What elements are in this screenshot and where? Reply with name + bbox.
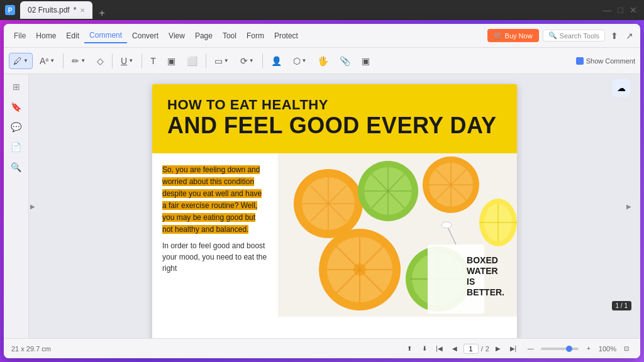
buy-now-button[interactable]: 🛒 Buy Now bbox=[487, 29, 539, 42]
erase-icon: ◇ bbox=[97, 56, 104, 66]
sidebar-item-layer[interactable]: 📄 bbox=[9, 140, 24, 155]
sidebar-item-comment[interactable]: 💬 bbox=[9, 119, 24, 134]
tool-erase[interactable]: ◇ bbox=[92, 53, 108, 69]
menu-view[interactable]: View bbox=[164, 29, 190, 43]
sidebar-item-pages[interactable]: ⊞ bbox=[9, 79, 24, 94]
svg-point-36 bbox=[441, 222, 452, 228]
checkbox-icon bbox=[576, 57, 584, 65]
menu-file[interactable]: File bbox=[9, 29, 31, 43]
zoom-in-btn[interactable]: + bbox=[582, 343, 595, 355]
toolbar: 🖊 ▼ Aᵃ ▼ ✏ ▼ ◇ U ▼ T ▣ ⬜ ▭ bbox=[4, 48, 640, 74]
zoom-out-btn[interactable]: — bbox=[525, 343, 537, 355]
status-left: 21 x 29.7 cm bbox=[11, 345, 398, 353]
tool-attach[interactable]: 🖐 bbox=[313, 53, 333, 69]
bookmark-icon: 🔖 bbox=[11, 102, 21, 112]
menu-tool[interactable]: Tool bbox=[218, 29, 242, 43]
left-sidebar: ⊞ 🔖 💬 📄 🔍 bbox=[4, 74, 29, 338]
show-comment-checkbox[interactable]: Show Comment bbox=[576, 57, 635, 65]
nav-upload-btn[interactable]: ⬆ bbox=[403, 343, 416, 355]
maximize-btn[interactable]: □ bbox=[616, 5, 625, 15]
menu-home[interactable]: Home bbox=[31, 29, 61, 43]
document-header: HOW TO EAT HEALTHY AND FEEL GOOD EVERY D… bbox=[152, 84, 517, 153]
tool-textfield[interactable]: ⬜ bbox=[182, 53, 202, 69]
add-tab-btn[interactable]: + bbox=[94, 8, 109, 19]
minimize-btn[interactable]: — bbox=[601, 5, 614, 15]
nav-next-btn[interactable]: ▶ bbox=[492, 343, 504, 355]
search-sidebar-icon: 🔍 bbox=[11, 162, 21, 172]
nav-last-btn[interactable]: ▶| bbox=[507, 343, 519, 355]
tool-callout[interactable]: ▣ bbox=[163, 53, 180, 69]
toolbar-sep-3 bbox=[142, 53, 142, 69]
document-scroll[interactable]: HOW TO EAT HEALTHY AND FEEL GOOD EVERY D… bbox=[29, 74, 640, 338]
nav-prev-btn[interactable]: ◀ bbox=[448, 343, 461, 355]
tool-underline[interactable]: U ▼ bbox=[116, 53, 138, 69]
toolbar-sep-5 bbox=[262, 53, 263, 69]
fruit-image: BOXED WATER IS BETTER. bbox=[278, 153, 517, 317]
tool-stamp[interactable]: 👤 bbox=[267, 53, 286, 69]
select-icon: 🖊 bbox=[13, 56, 22, 66]
menu-edit[interactable]: Edit bbox=[61, 29, 84, 43]
underline-icon: U bbox=[121, 56, 127, 66]
status-center: ⬆ ⬇ |◀ ◀ / 2 ▶ ▶| bbox=[403, 343, 519, 355]
status-right: — + 100% ⊡ bbox=[525, 343, 633, 355]
menu-page[interactable]: Page bbox=[190, 29, 218, 43]
menu-protect[interactable]: Protect bbox=[269, 29, 303, 43]
zoom-thumb bbox=[566, 346, 572, 352]
document-area: ▶ HOW TO EAT HEALTHY AND FEEL GOOD EVERY… bbox=[29, 74, 640, 338]
nav-download-btn[interactable]: ⬇ bbox=[418, 343, 431, 355]
tool-user[interactable]: ⬡ ▼ bbox=[289, 53, 311, 69]
zoom-level: 100% bbox=[599, 345, 616, 353]
comment-icon: 💬 bbox=[11, 122, 21, 132]
page-number-input[interactable] bbox=[464, 344, 479, 354]
menu-expand-btn[interactable]: ⬆ bbox=[609, 31, 620, 41]
tool-more-shapes[interactable]: ⟳ ▼ bbox=[236, 53, 258, 69]
page-total: 2 bbox=[486, 345, 489, 353]
nav-first-btn[interactable]: |◀ bbox=[433, 343, 446, 355]
menu-bar: File Home Edit Comment Convert View Page… bbox=[4, 24, 640, 48]
text-style-icon: Aᵃ bbox=[40, 56, 48, 66]
menu-convert[interactable]: Convert bbox=[127, 29, 164, 43]
tool-textbox[interactable]: T bbox=[146, 53, 160, 69]
highlighted-paragraph: So, you are feeling down and worried abo… bbox=[162, 165, 262, 234]
tool-link[interactable]: 📎 bbox=[335, 53, 355, 69]
tool-text-style[interactable]: Aᵃ ▼ bbox=[35, 53, 59, 69]
tab-close-btn[interactable]: ✕ bbox=[80, 7, 85, 14]
pen-arrow: ▼ bbox=[80, 58, 86, 63]
zoom-slider[interactable] bbox=[541, 348, 579, 350]
tool-select[interactable]: 🖊 ▼ bbox=[9, 53, 33, 69]
page-badge: 1 / 1 bbox=[612, 301, 631, 310]
toolbar-sep-2 bbox=[112, 53, 113, 69]
sidebar-item-search[interactable]: 🔍 bbox=[9, 160, 24, 175]
search-label: Search Tools bbox=[560, 32, 599, 40]
document-dimensions: 21 x 29.7 cm bbox=[11, 345, 51, 353]
active-tab[interactable]: 02 Fruits.pdf * ✕ bbox=[20, 1, 92, 19]
pen-icon: ✏ bbox=[72, 56, 79, 66]
menu-comment[interactable]: Comment bbox=[84, 28, 127, 43]
shape-arrow: ▼ bbox=[224, 58, 229, 63]
status-bar: 21 x 29.7 cm ⬆ ⬇ |◀ ◀ / 2 ▶ ▶| — + 100% … bbox=[4, 338, 640, 358]
left-expand-arrow[interactable]: ▶ bbox=[30, 203, 35, 210]
toolbar-sep-4 bbox=[206, 53, 206, 69]
buy-now-icon: 🛒 bbox=[494, 31, 502, 40]
close-btn[interactable]: ✕ bbox=[628, 5, 639, 15]
fit-page-btn[interactable]: ⊡ bbox=[620, 343, 633, 355]
search-tools[interactable]: 🔍 Search Tools bbox=[543, 30, 605, 41]
tab-label: 02 Fruits.pdf bbox=[28, 6, 70, 14]
menu-form[interactable]: Form bbox=[242, 29, 269, 43]
doc-title-line2: AND FEEL GOOD EVERY DAY bbox=[167, 113, 502, 138]
menu-share-btn[interactable]: ↗ bbox=[624, 31, 635, 41]
underline-arrow: ▼ bbox=[128, 58, 133, 63]
right-expand-arrow[interactable]: ▶ bbox=[626, 203, 631, 210]
tool-sig[interactable]: ▣ bbox=[357, 53, 374, 69]
cloud-icon: ☁ bbox=[617, 83, 626, 93]
sidebar-item-bookmark[interactable]: 🔖 bbox=[9, 99, 24, 114]
pages-icon: ⊞ bbox=[13, 82, 20, 92]
document-page: HOW TO EAT HEALTHY AND FEEL GOOD EVERY D… bbox=[152, 84, 517, 338]
sig-icon: ▣ bbox=[362, 56, 370, 66]
tool-pen[interactable]: ✏ ▼ bbox=[67, 53, 90, 69]
toolbar-sep-1 bbox=[63, 53, 64, 69]
cloud-sync-button[interactable]: ☁ bbox=[613, 79, 630, 97]
title-bar: P 02 Fruits.pdf * ✕ + — □ ✕ bbox=[0, 0, 644, 20]
doc-image-column: BOXED WATER IS BETTER. bbox=[278, 153, 517, 317]
tool-shape[interactable]: ▭ ▼ bbox=[210, 53, 233, 69]
